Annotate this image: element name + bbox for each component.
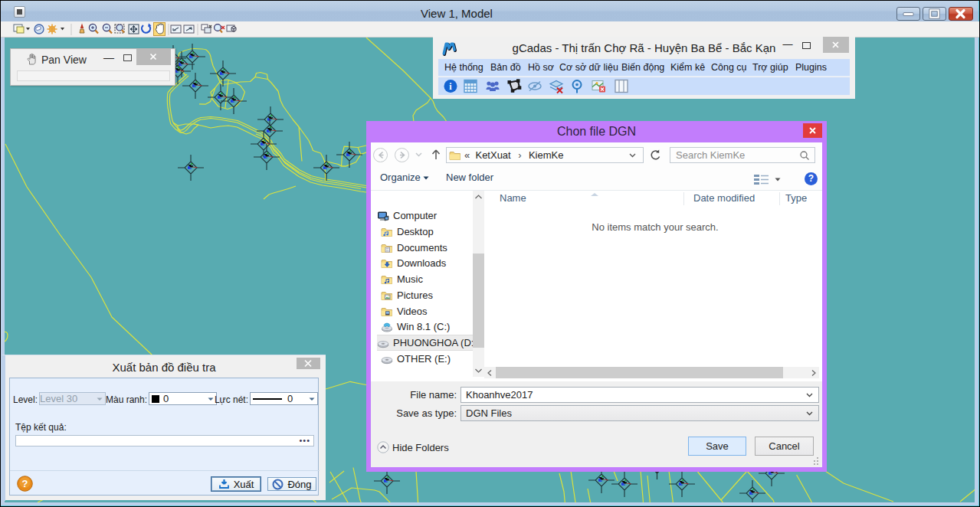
- svg-text:?: ?: [22, 478, 28, 489]
